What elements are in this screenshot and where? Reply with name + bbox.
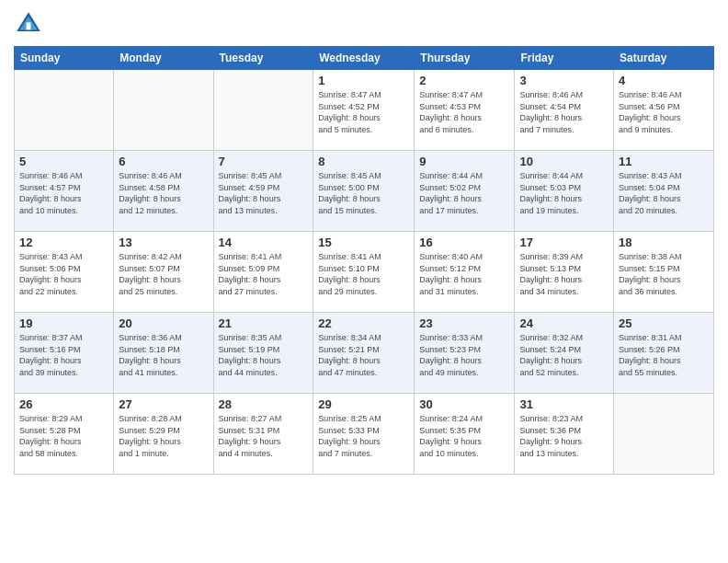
day-info: Sunrise: 8:23 AM Sunset: 5:36 PM Dayligh… [519, 413, 609, 459]
day-info: Sunrise: 8:46 AM Sunset: 4:58 PM Dayligh… [119, 170, 208, 216]
calendar-cell: 16Sunrise: 8:40 AM Sunset: 5:12 PM Dayli… [415, 232, 515, 313]
day-info: Sunrise: 8:41 AM Sunset: 5:09 PM Dayligh… [219, 251, 309, 297]
day-number: 6 [119, 155, 208, 168]
day-info: Sunrise: 8:43 AM Sunset: 5:06 PM Dayligh… [19, 251, 108, 297]
calendar-cell: 22Sunrise: 8:34 AM Sunset: 5:21 PM Dayli… [313, 313, 415, 394]
day-info: Sunrise: 8:28 AM Sunset: 5:29 PM Dayligh… [119, 413, 208, 459]
day-info: Sunrise: 8:45 AM Sunset: 4:59 PM Dayligh… [219, 170, 309, 216]
day-number: 23 [419, 316, 509, 330]
day-info: Sunrise: 8:27 AM Sunset: 5:31 PM Dayligh… [219, 413, 309, 459]
calendar-cell: 13Sunrise: 8:42 AM Sunset: 5:07 PM Dayli… [114, 232, 213, 313]
day-info: Sunrise: 8:44 AM Sunset: 5:02 PM Dayligh… [419, 170, 509, 216]
day-info: Sunrise: 8:44 AM Sunset: 5:03 PM Dayligh… [519, 170, 609, 216]
day-info: Sunrise: 8:47 AM Sunset: 4:52 PM Dayligh… [318, 89, 409, 135]
day-number: 13 [119, 236, 208, 249]
calendar-cell: 4Sunrise: 8:46 AM Sunset: 4:56 PM Daylig… [614, 70, 714, 151]
calendar-cell: 18Sunrise: 8:38 AM Sunset: 5:15 PM Dayli… [614, 232, 714, 313]
day-info: Sunrise: 8:38 AM Sunset: 5:15 PM Dayligh… [619, 251, 709, 297]
day-number: 24 [519, 316, 609, 330]
page: SundayMondayTuesdayWednesdayThursdayFrid… [0, 0, 728, 563]
day-info: Sunrise: 8:42 AM Sunset: 5:07 PM Dayligh… [119, 251, 208, 297]
calendar-cell: 1Sunrise: 8:47 AM Sunset: 4:52 PM Daylig… [313, 70, 415, 151]
calendar-cell: 27Sunrise: 8:28 AM Sunset: 5:29 PM Dayli… [114, 394, 213, 475]
calendar-cell: 20Sunrise: 8:36 AM Sunset: 5:18 PM Dayli… [114, 313, 213, 394]
day-info: Sunrise: 8:43 AM Sunset: 5:04 PM Dayligh… [619, 170, 709, 216]
calendar-cell: 29Sunrise: 8:25 AM Sunset: 5:33 PM Dayli… [313, 394, 415, 475]
weekday-header-tuesday: Tuesday [213, 47, 313, 70]
day-info: Sunrise: 8:40 AM Sunset: 5:12 PM Dayligh… [419, 251, 509, 297]
day-number: 27 [119, 397, 208, 411]
calendar-cell: 30Sunrise: 8:24 AM Sunset: 5:35 PM Dayli… [415, 394, 515, 475]
day-info: Sunrise: 8:33 AM Sunset: 5:23 PM Dayligh… [419, 332, 509, 378]
day-number: 30 [419, 397, 509, 411]
calendar-cell: 11Sunrise: 8:43 AM Sunset: 5:04 PM Dayli… [614, 151, 714, 232]
calendar-cell: 26Sunrise: 8:29 AM Sunset: 5:28 PM Dayli… [15, 394, 114, 475]
week-row-4: 19Sunrise: 8:37 AM Sunset: 5:16 PM Dayli… [15, 313, 714, 394]
day-number: 26 [19, 397, 108, 411]
calendar-cell: 2Sunrise: 8:47 AM Sunset: 4:53 PM Daylig… [415, 70, 515, 151]
calendar-cell: 31Sunrise: 8:23 AM Sunset: 5:36 PM Dayli… [515, 394, 614, 475]
day-info: Sunrise: 8:34 AM Sunset: 5:21 PM Dayligh… [318, 332, 409, 378]
day-number: 31 [519, 397, 609, 411]
day-info: Sunrise: 8:29 AM Sunset: 5:28 PM Dayligh… [19, 413, 108, 459]
calendar-cell: 7Sunrise: 8:45 AM Sunset: 4:59 PM Daylig… [213, 151, 313, 232]
calendar-cell: 6Sunrise: 8:46 AM Sunset: 4:58 PM Daylig… [114, 151, 213, 232]
calendar-cell [15, 70, 114, 151]
calendar-cell: 17Sunrise: 8:39 AM Sunset: 5:13 PM Dayli… [515, 232, 614, 313]
calendar-cell: 12Sunrise: 8:43 AM Sunset: 5:06 PM Dayli… [15, 232, 114, 313]
day-info: Sunrise: 8:24 AM Sunset: 5:35 PM Dayligh… [419, 413, 509, 459]
day-number: 25 [619, 316, 709, 330]
day-number: 18 [619, 236, 709, 249]
day-info: Sunrise: 8:36 AM Sunset: 5:18 PM Dayligh… [119, 332, 208, 378]
weekday-header-sunday: Sunday [15, 47, 114, 70]
weekday-header-wednesday: Wednesday [313, 47, 415, 70]
day-number: 4 [619, 74, 709, 87]
day-info: Sunrise: 8:31 AM Sunset: 5:26 PM Dayligh… [619, 332, 709, 378]
calendar-cell: 24Sunrise: 8:32 AM Sunset: 5:24 PM Dayli… [515, 313, 614, 394]
calendar-cell: 3Sunrise: 8:46 AM Sunset: 4:54 PM Daylig… [515, 70, 614, 151]
calendar-cell [114, 70, 213, 151]
logo [14, 9, 47, 39]
day-info: Sunrise: 8:46 AM Sunset: 4:57 PM Dayligh… [19, 170, 108, 216]
weekday-header-thursday: Thursday [415, 47, 515, 70]
day-number: 17 [519, 236, 609, 249]
calendar-cell [614, 394, 714, 475]
day-info: Sunrise: 8:45 AM Sunset: 5:00 PM Dayligh… [318, 170, 409, 216]
week-row-3: 12Sunrise: 8:43 AM Sunset: 5:06 PM Dayli… [15, 232, 714, 313]
calendar-cell [213, 70, 313, 151]
day-info: Sunrise: 8:39 AM Sunset: 5:13 PM Dayligh… [519, 251, 609, 297]
day-number: 2 [419, 74, 509, 87]
calendar-cell: 10Sunrise: 8:44 AM Sunset: 5:03 PM Dayli… [515, 151, 614, 232]
week-row-5: 26Sunrise: 8:29 AM Sunset: 5:28 PM Dayli… [15, 394, 714, 475]
day-info: Sunrise: 8:46 AM Sunset: 4:56 PM Dayligh… [619, 89, 709, 135]
day-info: Sunrise: 8:37 AM Sunset: 5:16 PM Dayligh… [19, 332, 108, 378]
weekday-header-monday: Monday [114, 47, 213, 70]
weekday-header-friday: Friday [515, 47, 614, 70]
calendar-cell: 19Sunrise: 8:37 AM Sunset: 5:16 PM Dayli… [15, 313, 114, 394]
weekday-header-row: SundayMondayTuesdayWednesdayThursdayFrid… [15, 47, 714, 70]
day-info: Sunrise: 8:35 AM Sunset: 5:19 PM Dayligh… [219, 332, 309, 378]
day-number: 14 [219, 236, 309, 249]
day-number: 7 [219, 155, 309, 168]
logo-icon [14, 9, 43, 39]
day-number: 12 [19, 236, 108, 249]
day-number: 21 [219, 316, 309, 330]
day-number: 15 [318, 236, 409, 249]
day-info: Sunrise: 8:32 AM Sunset: 5:24 PM Dayligh… [519, 332, 609, 378]
day-number: 20 [119, 316, 208, 330]
calendar-cell: 21Sunrise: 8:35 AM Sunset: 5:19 PM Dayli… [213, 313, 313, 394]
calendar-cell: 23Sunrise: 8:33 AM Sunset: 5:23 PM Dayli… [415, 313, 515, 394]
calendar-cell: 5Sunrise: 8:46 AM Sunset: 4:57 PM Daylig… [15, 151, 114, 232]
day-number: 3 [519, 74, 609, 87]
calendar-cell: 15Sunrise: 8:41 AM Sunset: 5:10 PM Dayli… [313, 232, 415, 313]
day-number: 11 [619, 155, 709, 168]
day-number: 9 [419, 155, 509, 168]
week-row-2: 5Sunrise: 8:46 AM Sunset: 4:57 PM Daylig… [15, 151, 714, 232]
day-info: Sunrise: 8:47 AM Sunset: 4:53 PM Dayligh… [419, 89, 509, 135]
calendar: SundayMondayTuesdayWednesdayThursdayFrid… [14, 46, 714, 475]
day-number: 16 [419, 236, 509, 249]
day-number: 29 [318, 397, 409, 411]
week-row-1: 1Sunrise: 8:47 AM Sunset: 4:52 PM Daylig… [15, 70, 714, 151]
calendar-cell: 25Sunrise: 8:31 AM Sunset: 5:26 PM Dayli… [614, 313, 714, 394]
day-info: Sunrise: 8:46 AM Sunset: 4:54 PM Dayligh… [519, 89, 609, 135]
